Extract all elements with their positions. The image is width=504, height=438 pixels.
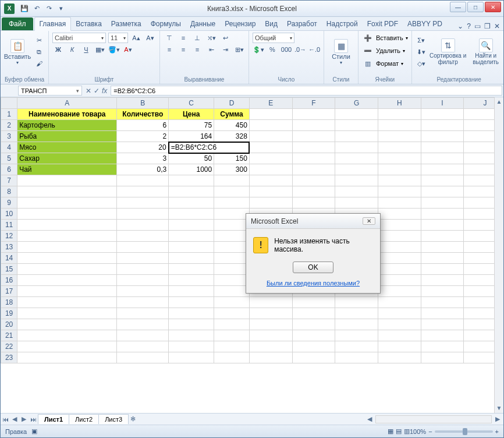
cell-empty[interactable]	[17, 319, 117, 330]
col-header-D[interactable]: D	[214, 98, 250, 109]
cell-empty[interactable]	[421, 297, 464, 308]
hscroll-left-icon[interactable]: ◀	[365, 415, 374, 423]
new-sheet-icon[interactable]: ✻	[128, 415, 137, 423]
fill-icon[interactable]: ⬇▾	[416, 47, 427, 57]
row-header-15[interactable]: 15	[1, 264, 17, 275]
format-cells-button[interactable]: ▥Формат▾	[362, 58, 408, 69]
cell-empty[interactable]	[249, 352, 292, 363]
cell-empty[interactable]	[378, 308, 421, 319]
cell-empty[interactable]	[117, 352, 169, 363]
sheet-tab-2[interactable]: Лист2	[69, 414, 99, 424]
cell-H1[interactable]	[378, 109, 421, 120]
fill-color-icon[interactable]: 🪣▾	[108, 44, 120, 55]
cell-F1[interactable]	[292, 109, 335, 120]
cell-empty[interactable]	[117, 242, 169, 253]
cell-empty[interactable]	[292, 197, 335, 209]
cell-empty[interactable]	[335, 319, 378, 330]
cell-empty[interactable]	[421, 242, 464, 253]
col-header-I[interactable]: I	[421, 98, 464, 109]
minimize-ribbon-icon[interactable]: ▭	[474, 22, 481, 30]
row-header-16[interactable]: 16	[1, 275, 17, 286]
cell-empty[interactable]	[335, 341, 378, 352]
cell-empty[interactable]	[378, 297, 421, 308]
save-icon[interactable]: 💾	[19, 3, 30, 14]
zoom-in-icon[interactable]: +	[495, 428, 499, 435]
col-header-G[interactable]: G	[335, 98, 378, 109]
cell-A1[interactable]: Наименование товара	[17, 109, 117, 120]
cell-H3[interactable]	[378, 131, 421, 142]
name-box-dropdown-icon[interactable]: ▾	[76, 88, 79, 94]
cell-empty[interactable]	[378, 330, 421, 341]
styles-button[interactable]: ▦ Стили ▾	[328, 33, 354, 71]
indent-dec-icon[interactable]: ⇤	[205, 44, 217, 55]
autosum-icon[interactable]: Σ▾	[416, 35, 427, 45]
cell-empty[interactable]	[421, 220, 464, 231]
row-header-13[interactable]: 13	[1, 242, 17, 253]
dialog-close-icon[interactable]: ✕	[363, 217, 375, 225]
sheet-nav-last-icon[interactable]: ⏭	[29, 416, 38, 423]
align-top-icon[interactable]: ⊤	[164, 33, 175, 43]
cell-empty[interactable]	[335, 308, 378, 319]
cell-empty[interactable]	[117, 220, 169, 231]
wrap-text-icon[interactable]: ↩	[219, 33, 231, 43]
row-header-6[interactable]: 6	[1, 164, 17, 175]
cell-G5[interactable]	[335, 153, 378, 164]
row-header-8[interactable]: 8	[1, 186, 17, 197]
restore-doc-icon[interactable]: ❐	[484, 22, 491, 30]
cell-empty[interactable]	[378, 319, 421, 330]
row-header-14[interactable]: 14	[1, 253, 17, 264]
cell-empty[interactable]	[214, 352, 250, 363]
cell-B6[interactable]: 0,3	[117, 164, 169, 175]
clear-icon[interactable]: ◇▾	[416, 58, 427, 69]
cell-E3[interactable]	[249, 131, 292, 142]
cell-empty[interactable]	[421, 319, 464, 330]
cell-A5[interactable]: Сахар	[17, 153, 117, 164]
cell-G3[interactable]	[335, 131, 378, 142]
cell-empty[interactable]	[421, 352, 464, 363]
cell-empty[interactable]	[169, 209, 214, 220]
cell-empty[interactable]	[292, 308, 335, 319]
indent-inc-icon[interactable]: ⇥	[219, 44, 231, 55]
cell-B1[interactable]: Количество	[117, 109, 169, 120]
cell-empty[interactable]	[378, 253, 421, 264]
cell-empty[interactable]	[378, 242, 421, 253]
merge-icon[interactable]: ⊞▾	[233, 44, 245, 55]
close-doc-icon[interactable]: ✕	[494, 22, 500, 30]
row-header-10[interactable]: 10	[1, 209, 17, 220]
cell-empty[interactable]	[17, 175, 117, 186]
cell-empty[interactable]	[335, 352, 378, 363]
cell-empty[interactable]	[292, 319, 335, 330]
cell-empty[interactable]	[169, 352, 214, 363]
cell-D3[interactable]: 328	[214, 131, 250, 142]
cell-C4-editing[interactable]: =B2:B6*C2:C6	[169, 142, 250, 153]
cell-I3[interactable]	[421, 131, 464, 142]
cell-A3[interactable]: Рыба	[17, 131, 117, 142]
sheet-nav-next-icon[interactable]: ▶	[19, 415, 29, 423]
tab-abbyy[interactable]: ABBYY PD	[403, 17, 447, 30]
align-right-icon[interactable]: ≡	[191, 44, 203, 55]
underline-button[interactable]: Ч	[80, 44, 92, 55]
cell-E4[interactable]	[249, 142, 292, 153]
row-header-21[interactable]: 21	[1, 330, 17, 341]
percent-icon[interactable]: %	[267, 44, 278, 55]
cell-empty[interactable]	[378, 286, 421, 297]
cell-empty[interactable]	[378, 197, 421, 209]
macro-record-icon[interactable]: ▣	[31, 428, 37, 435]
cell-empty[interactable]	[169, 242, 214, 253]
cell-empty[interactable]	[17, 186, 117, 197]
cell-empty[interactable]	[335, 175, 378, 186]
cell-empty[interactable]	[117, 330, 169, 341]
cell-G1[interactable]	[335, 109, 378, 120]
cell-empty[interactable]	[292, 186, 335, 197]
cell-empty[interactable]	[249, 308, 292, 319]
cell-empty[interactable]	[17, 264, 117, 275]
cell-G2[interactable]	[335, 120, 378, 131]
cell-C1[interactable]: Цена	[169, 109, 214, 120]
cell-E1[interactable]	[249, 109, 292, 120]
sheet-nav-first-icon[interactable]: ⏮	[1, 416, 10, 423]
row-header-2[interactable]: 2	[1, 120, 17, 131]
cell-empty[interactable]	[421, 308, 464, 319]
font-color-icon[interactable]: A▾	[122, 44, 134, 55]
cell-D6[interactable]: 300	[214, 164, 250, 175]
cell-C3[interactable]: 164	[169, 131, 214, 142]
